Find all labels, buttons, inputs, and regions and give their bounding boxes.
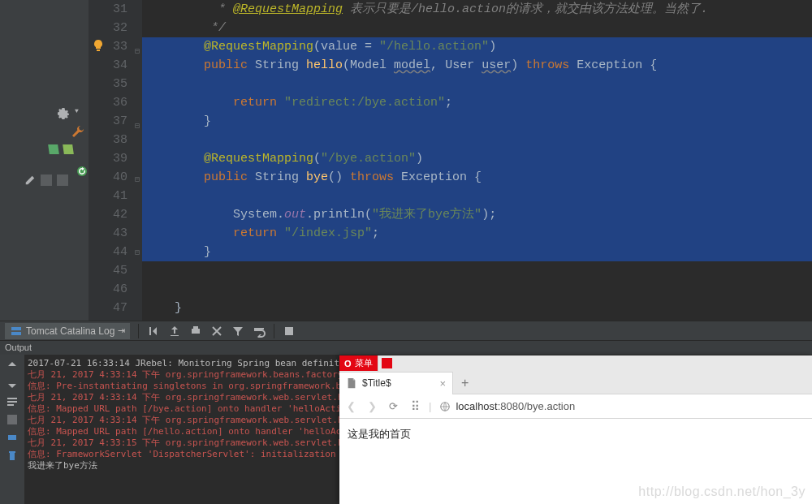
- wrap-text-icon[interactable]: [6, 395, 19, 408]
- svg-rect-8: [8, 435, 16, 440]
- line-number-gutter: 31 32 33 34 35 36 37 38 39 40 41 42 43 4…: [89, 0, 142, 321]
- export-icon[interactable]: [168, 325, 181, 338]
- stop-icon[interactable]: [41, 174, 52, 186]
- server-icon: [10, 325, 23, 338]
- watermark: http://blog.csdn.net/hon_3y: [638, 485, 806, 499]
- refresh-icon[interactable]: [76, 165, 89, 178]
- line-number: 34: [89, 56, 127, 75]
- ide-left-toolbar: ▼: [0, 0, 89, 321]
- pencil-icon[interactable]: [24, 174, 36, 186]
- log-tab-bar: Tomcat Catalina Log ⇥: [0, 321, 812, 340]
- svg-rect-3: [11, 332, 21, 335]
- line-number: 37: [89, 112, 127, 131]
- run-icon-2[interactable]: [63, 144, 74, 154]
- svg-rect-7: [7, 415, 17, 424]
- output-header: Output: [0, 340, 812, 355]
- filter-icon[interactable]: [231, 325, 244, 338]
- line-number: 43: [89, 224, 127, 243]
- svg-rect-0: [97, 50, 100, 51]
- fold-icon[interactable]: ⊟: [135, 170, 140, 189]
- opera-logo-icon: O: [344, 359, 352, 368]
- line-number: 46: [89, 280, 127, 299]
- dropdown-caret-icon[interactable]: ▼: [75, 107, 79, 120]
- print-console-icon[interactable]: [6, 431, 19, 444]
- up-icon[interactable]: [6, 360, 19, 373]
- forward-button[interactable]: ❯: [365, 400, 378, 413]
- wrap-icon[interactable]: [253, 325, 266, 338]
- clear-icon[interactable]: [210, 325, 223, 338]
- print-icon[interactable]: [189, 325, 202, 338]
- opera-menu-label: 菜单: [355, 357, 373, 369]
- line-number: 38: [89, 131, 127, 149]
- editor-area: ▼ 31 32 33 34 35 36 37 38 39 40 41 42 43…: [0, 0, 812, 321]
- line-number: 44: [89, 243, 127, 261]
- run-icon[interactable]: [48, 144, 59, 154]
- tab-label: Tomcat Catalina Log: [26, 325, 114, 337]
- globe-icon: [439, 401, 451, 412]
- url-path: /bye.action: [524, 400, 575, 412]
- tab-title: $Title$: [362, 377, 391, 389]
- lightbulb-icon[interactable]: [92, 39, 105, 52]
- down-icon[interactable]: [6, 377, 19, 390]
- line-number: 35: [89, 75, 127, 93]
- scroll-icon[interactable]: [6, 413, 19, 426]
- address-bar[interactable]: localhost:8080/bye.action: [439, 400, 807, 412]
- tab-tomcat-log[interactable]: Tomcat Catalina Log ⇥: [5, 323, 130, 339]
- browser-tab[interactable]: $Title$ ×: [339, 372, 453, 394]
- browser-tab-bar: $Title$ × +: [339, 372, 812, 394]
- page-icon: [346, 377, 357, 389]
- svg-rect-6: [285, 327, 293, 335]
- line-number: 42: [89, 205, 127, 224]
- back-button[interactable]: ❮: [344, 400, 357, 413]
- svg-rect-2: [11, 327, 21, 330]
- soft-wrap-icon[interactable]: [283, 325, 296, 338]
- svg-rect-4: [192, 329, 200, 334]
- url-host: localhost: [456, 400, 497, 412]
- trash-icon[interactable]: [6, 449, 19, 462]
- browser-window: O 菜单 $Title$ × + ❮ ❯ ⟳ ⠿ | localhost:808…: [339, 355, 812, 504]
- flag-icon[interactable]: [382, 358, 392, 368]
- browser-toolbar: ❮ ❯ ⟳ ⠿ | localhost:8080/bye.action: [339, 394, 812, 419]
- fold-icon[interactable]: ⊟: [135, 42, 140, 61]
- opera-menu-button[interactable]: O 菜单: [339, 355, 378, 371]
- speed-dial-icon[interactable]: ⠿: [408, 400, 421, 413]
- fold-end-icon[interactable]: ⊟: [135, 117, 140, 136]
- line-number: 32: [89, 19, 127, 37]
- line-number: 39: [89, 149, 127, 168]
- line-number: 40: [89, 168, 127, 187]
- wrench-icon[interactable]: [71, 126, 84, 139]
- new-tab-button[interactable]: +: [453, 376, 477, 390]
- line-number: 36: [89, 93, 127, 112]
- close-tab-icon[interactable]: ×: [439, 377, 446, 390]
- gear-icon[interactable]: [57, 107, 70, 120]
- code-editor[interactable]: * @RequestMapping 表示只要是/hello.action的请求，…: [142, 0, 812, 321]
- line-number: 41: [89, 187, 127, 205]
- browser-title-bar: O 菜单: [339, 355, 812, 372]
- svg-rect-5: [193, 326, 198, 329]
- url-port: :8080: [498, 400, 525, 412]
- console-toolbar: [0, 355, 24, 504]
- browser-page-content: 这是我的首页: [339, 419, 812, 450]
- line-number: 45: [89, 261, 127, 280]
- fold-end-icon[interactable]: ⊟: [135, 243, 140, 262]
- stop-icon-2[interactable]: [57, 174, 68, 186]
- scroll-to-end-icon[interactable]: [147, 325, 160, 338]
- line-number: 47: [89, 299, 127, 317]
- pin-icon: ⇥: [118, 325, 125, 336]
- reload-button[interactable]: ⟳: [387, 400, 400, 413]
